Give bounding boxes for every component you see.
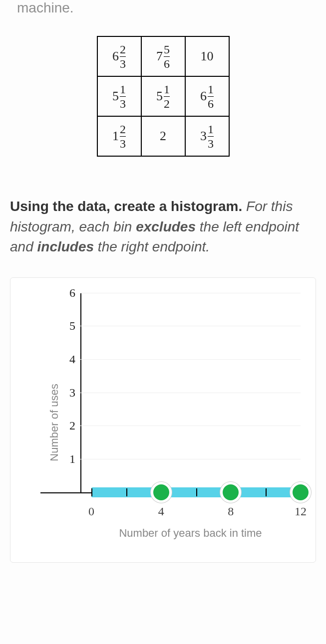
table-cell: 2 [141,116,185,156]
y-tick-label: 3 [60,386,75,399]
histogram-handle[interactable] [220,482,241,503]
gridline [80,426,301,426]
x-tick-mark [266,488,267,496]
x-tick-label: 12 [295,505,307,518]
histogram-handle[interactable] [290,482,311,503]
y-tick-label: 1 [60,452,75,466]
histogram-chart[interactable]: Number of uses Number of years back in t… [10,277,316,563]
instruction-p3: the right endpoint. [94,239,210,254]
gridline [80,359,301,360]
table-cell: 123 [97,116,141,156]
x-tick-label: 0 [88,505,94,518]
y-tick-label: 2 [60,419,75,432]
table-cell: 513 [97,76,141,116]
x-axis-label: Number of years back in time [80,527,301,540]
y-tick-label: 5 [60,319,75,333]
table-cell: 10 [185,36,229,76]
table-cell: 756 [141,36,185,76]
gridline [80,393,301,393]
x-tick-label: 4 [158,505,164,518]
table-cell: 623 [97,36,141,76]
gridline [80,459,301,459]
x-tick-mark [91,488,92,496]
y-tick-label: 6 [60,286,75,299]
y-tick-label: 4 [60,353,75,366]
histogram-handle[interactable] [151,482,172,503]
data-table: 623756105135126161232313 [97,36,230,157]
instruction-excludes: excludes [136,219,196,234]
instruction-includes: includes [37,239,94,254]
x-tick-mark [126,488,127,496]
instruction-lead: Using the data, create a histogram. [10,199,242,214]
gridline [80,326,301,326]
y-axis-label: Number of uses [48,384,61,461]
intro-fragment: machine. [17,0,316,16]
x-tick-mark [196,488,197,496]
instruction-text: Using the data, create a histogram. For … [10,197,316,257]
x-tick-label: 8 [228,505,234,518]
table-cell: 313 [185,116,229,156]
table-cell: 616 [185,76,229,116]
table-cell: 512 [141,76,185,116]
gridline [80,293,301,293]
